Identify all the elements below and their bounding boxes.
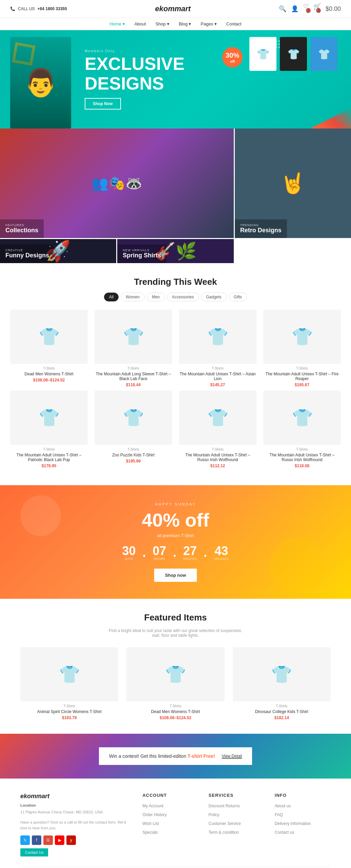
featured-product-2[interactable]: 👕 T-Shirts Dead Men Womens T-Shirt $108.… — [126, 647, 224, 720]
featured-product-1[interactable]: 👕 T-Shirts Animal Spirit Circle Womens T… — [20, 647, 118, 720]
footer-link-policy[interactable]: Policy — [209, 812, 220, 817]
contact-us-button[interactable]: Contact Us — [20, 848, 48, 856]
featured-title: Featured Items — [20, 612, 331, 623]
contest-box: Win a contest! Get this limited-editon T… — [99, 747, 252, 765]
tab-women[interactable]: Women — [121, 293, 145, 301]
footer-link-customer[interactable]: Customer Service — [209, 821, 241, 826]
search-icon[interactable]: 🔍 — [279, 5, 286, 13]
site-logo[interactable]: ekommart — [155, 4, 191, 13]
google-icon[interactable]: G — [43, 835, 53, 845]
footer-link-terms[interactable]: Term & condition — [209, 830, 239, 835]
count-seconds: 43 seconds — [214, 545, 229, 560]
hero-members-only: Members Only — [85, 49, 185, 53]
tab-men[interactable]: Men — [147, 293, 165, 301]
count-days: 30 days — [122, 545, 136, 560]
tab-accessories[interactable]: Accessories — [167, 293, 199, 301]
footer-logo: ekommart — [20, 793, 132, 800]
footer-link-faq[interactable]: FAQ — [275, 812, 283, 817]
cart-price: $0.00 — [326, 5, 341, 13]
cart-badge: 3 — [316, 8, 321, 13]
promo-content: HAPPY SUNDAY 40% off all premium T-Shirt… — [20, 502, 331, 582]
nav-pages[interactable]: Pages ▾ — [201, 21, 216, 26]
product-card[interactable]: 👕 T-Shirts The Mountain Adult Unisex T-S… — [263, 391, 341, 468]
cat-tag-retro: TRENDING — [240, 223, 282, 227]
product-card[interactable]: 👕 T-Shirts Dead Men Womens T-Shirt $108.… — [10, 310, 88, 387]
footer-link-aboutus[interactable]: About us — [275, 804, 291, 808]
footer-link-delivery[interactable]: Delivery Information — [275, 821, 311, 826]
hero-shop-btn[interactable]: Shop Now — [85, 98, 121, 110]
category-funny-designs[interactable]: 🚀 CREATIVE Funny Designs — [0, 239, 116, 263]
hero-discount-badge: 30% off — [222, 47, 243, 67]
hero-banner: 👨 Members Only EXCLUSIVE DESIGNS Shop No… — [0, 30, 351, 129]
countdown: 30 days . 07 hours . 27 minutes . 43 sec… — [20, 545, 331, 560]
footer-link-myaccount[interactable]: My Account — [142, 804, 163, 808]
product-card[interactable]: 👕 T-Shirts The Mountain Adult Unisex T-S… — [179, 391, 256, 468]
trending-products-row2: 👕 T-Shirts The Mountain Adult Unisex T-S… — [10, 391, 341, 468]
featured-section: Featured Items Find a bright ideal to su… — [0, 599, 351, 734]
count-hours: 07 hours — [152, 545, 166, 560]
product-card[interactable]: 👕 T-Shirts The Mountain Adult Unisex T-S… — [263, 310, 341, 387]
cat-tag-collections: FEATURED — [5, 223, 38, 227]
product-card[interactable]: 👕 T-Shirts Zoo Puzzle Kids T-Shirt $195.… — [95, 391, 172, 468]
featured-product-3[interactable]: 👕 T-Shirts Dinosaur College Kids T-Shirt… — [233, 647, 331, 720]
tab-gifts[interactable]: Gifts — [229, 293, 247, 301]
facebook-icon[interactable]: f — [32, 835, 41, 845]
promo-shop-btn[interactable]: Shop now — [154, 569, 197, 582]
promo-title: 40% off — [20, 509, 331, 531]
footer-link-returns[interactable]: Discount Returns — [209, 804, 240, 808]
footer-address: 11 Pilgrim Avenue Chevy Chase, MD 20815,… — [20, 809, 132, 815]
category-retro[interactable]: 🤘 TRENDING Retro Designs — [235, 129, 351, 238]
footer-link-orderhistory[interactable]: Order History — [142, 812, 166, 817]
nav-blog[interactable]: Blog ▾ — [179, 21, 191, 26]
footer-services: SERVICES Discount Returns Policy Custome… — [209, 793, 265, 856]
cat-name-collections: Collections — [5, 227, 38, 234]
promo-banner: HAPPY SUNDAY 40% off all premium T-Shirt… — [0, 485, 351, 599]
nav-shop[interactable]: Shop ▾ — [156, 21, 169, 26]
category-collections[interactable]: 👥🎭🦝 FEATURED Collections — [0, 129, 234, 238]
footer-info: INFO About us FAQ Delivery Information C… — [275, 793, 331, 856]
header-icons: 🔍 👤 ♡2 🛒3 $0.00 — [279, 3, 341, 15]
product-card[interactable]: 👕 T-Shirts The Mountain Adult Unisex T-S… — [10, 391, 88, 468]
category-spring-shirts[interactable]: 🎸🌿 NEW ARRIVALS Spring Shirts — [117, 239, 233, 263]
footer-account-links: My Account Order History Wish List Speci… — [142, 803, 198, 835]
phone-icon: 📞 — [10, 6, 15, 11]
account-icon[interactable]: 👤 — [291, 5, 298, 13]
footer-brand: ekommart Location 11 Pilgrim Avenue Chev… — [20, 793, 132, 856]
footer-bottom: Copyright © 2020 ekommart All Rights Res… — [20, 867, 331, 868]
nav-home[interactable]: Home ▾ — [109, 21, 125, 26]
yelp-icon[interactable]: y — [66, 835, 76, 845]
featured-products: 👕 T-Shirts Animal Spirit Circle Womens T… — [20, 647, 331, 720]
footer-grid: ekommart Location 11 Pilgrim Avenue Chev… — [20, 793, 331, 856]
contest-view-detail[interactable]: View Detail — [222, 754, 242, 759]
tab-gadgets[interactable]: Gadgets — [201, 293, 226, 301]
featured-desc: Find a bright ideal to suit your taste w… — [108, 628, 243, 638]
footer-link-specials[interactable]: Specials — [142, 830, 158, 835]
wishlist-icon[interactable]: ♡2 — [303, 3, 309, 15]
cat-name-spring: Spring Shirts — [123, 252, 161, 259]
cart-icon[interactable]: 🛒3 — [313, 3, 321, 15]
twitter-icon[interactable]: 𝕏 — [20, 835, 30, 845]
hero-title: EXCLUSIVE DESIGNS — [85, 54, 185, 93]
phone-number: +84 1800 33355 — [38, 6, 67, 11]
footer-location-label: Location — [20, 803, 132, 807]
product-card[interactable]: 👕 T-Shirts The Mountain Adult Unisex T-S… — [179, 310, 256, 387]
footer-account-title: ACCOUNT — [142, 793, 198, 798]
nav-about[interactable]: About — [135, 21, 146, 26]
tshirt-dark: 👕 — [280, 37, 307, 71]
footer-link-contactus[interactable]: Contact us — [275, 830, 294, 835]
product-card[interactable]: 👕 T-Shirts The Mountain Adult Long Sleev… — [95, 310, 172, 387]
count-minutes: 27 minutes — [183, 545, 197, 560]
category-grid: 🚀 CREATIVE Funny Designs 🎸🌿 NEW ARRIVALS… — [0, 129, 351, 263]
footer-account: ACCOUNT My Account Order History Wish Li… — [142, 793, 198, 856]
social-icons: 𝕏 f G ▶ y — [20, 835, 132, 845]
footer-services-title: SERVICES — [209, 793, 265, 798]
hero-person: 👨 — [10, 37, 71, 129]
nav-contact[interactable]: Contact — [226, 21, 242, 26]
youtube-icon[interactable]: ▶ — [55, 835, 64, 845]
contest-highlight: T-shirt Free! — [188, 753, 215, 759]
tab-all[interactable]: All — [104, 293, 119, 301]
footer-link-wishlist[interactable]: Wish List — [142, 821, 159, 826]
hero-content: Members Only EXCLUSIVE DESIGNS Shop Now — [85, 49, 185, 109]
contact-info: 📞 CALL US +84 1800 33355 — [10, 6, 67, 11]
promo-subtitle: HAPPY SUNDAY — [20, 502, 331, 506]
